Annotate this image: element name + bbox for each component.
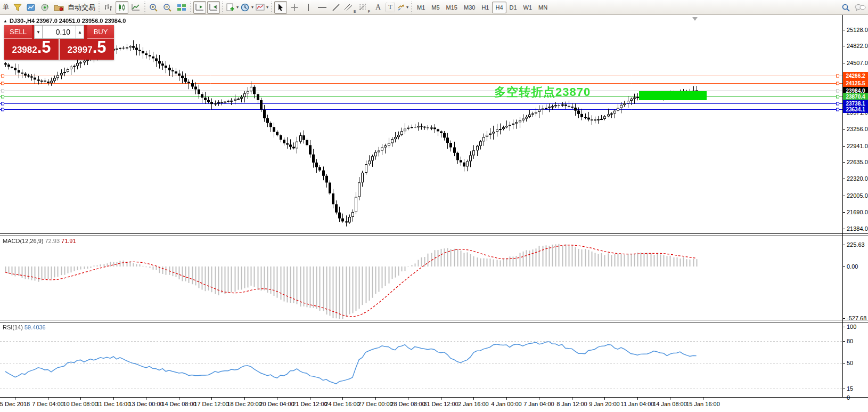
toolbar-grip[interactable] — [99, 2, 100, 13]
volume-decrease-button[interactable]: ▼ — [34, 25, 43, 39]
cursor-icon[interactable] — [274, 1, 287, 14]
horizontal-line-tool-icon[interactable] — [316, 1, 329, 14]
search-icon[interactable] — [840, 1, 853, 14]
new-chart-icon[interactable]: ▾ — [225, 1, 239, 14]
crosshair-icon[interactable] — [288, 1, 301, 14]
autotrading-icon[interactable] — [53, 1, 65, 14]
text-tool-icon[interactable]: A — [372, 1, 384, 14]
buy-price[interactable]: 23997 .5 — [60, 39, 114, 60]
zoom-out-icon[interactable] — [161, 1, 174, 14]
macd-canvas[interactable] — [0, 237, 842, 320]
time-axis-tick — [277, 398, 277, 400]
price-chart-canvas[interactable] — [0, 15, 842, 233]
time-axis-tick — [15, 398, 15, 400]
buy-price-main: 23997 — [67, 45, 92, 55]
toolbar-grip[interactable] — [271, 2, 272, 13]
time-axis-label: 4 Jan 00:00 — [491, 401, 522, 407]
volume-input[interactable]: 0.10 — [43, 25, 76, 39]
toolbar-grip[interactable] — [411, 2, 412, 13]
price-axis-tick-label: 22635.0 — [847, 159, 868, 165]
chat-icon[interactable] — [854, 1, 866, 14]
timeframe-group: M1M5M15M30H1H4D1W1MN — [414, 2, 551, 13]
market-watch-icon[interactable] — [25, 1, 38, 14]
bar-chart-icon[interactable] — [102, 1, 114, 14]
toolbar-grip[interactable] — [222, 2, 223, 13]
toolbar-grip[interactable] — [144, 2, 145, 13]
new-order-label[interactable]: 单 — [1, 3, 11, 12]
rsi-canvas[interactable] — [0, 323, 842, 397]
price-axis-tick-label: 22941.0 — [847, 143, 868, 149]
timeframe-button-d1[interactable]: D1 — [506, 2, 520, 13]
chart-shift-icon[interactable] — [207, 1, 220, 14]
volume-increase-button[interactable]: ▲ — [76, 25, 84, 39]
time-axis-label: 2 Jan 16:00 — [458, 401, 489, 407]
zoom-in-icon[interactable] — [148, 1, 160, 14]
toolbar-grip[interactable] — [190, 2, 191, 13]
price-axis-tick — [842, 129, 845, 130]
price-axis-tick-label: 25128.0 — [847, 27, 868, 33]
collapse-panel-icon[interactable]: ▲ — [3, 19, 7, 23]
sell-price[interactable]: 23982 .5 — [4, 39, 59, 60]
vertical-line-tool-icon[interactable] — [302, 1, 315, 14]
price-axis-tick — [842, 162, 845, 163]
text-label-tool-icon[interactable]: T — [386, 3, 395, 12]
price-level-label: 24125.5 — [843, 79, 868, 87]
timeframe-button-mn[interactable]: MN — [535, 2, 551, 13]
support-zone-rectangle[interactable] — [639, 91, 707, 100]
timeframe-button-m1[interactable]: M1 — [414, 2, 428, 13]
macd-label: MACD(12,26,9) 72.93 71.91 — [3, 238, 76, 244]
fibonacci-tool-icon[interactable]: F — [358, 1, 371, 14]
sell-button[interactable]: SELL — [4, 25, 32, 39]
rsi-label: RSI(14) 59.4036 — [3, 324, 46, 330]
time-axis-tick — [211, 398, 212, 400]
price-axis-tick — [842, 229, 845, 229]
chevron-down-icon: ▾ — [266, 5, 268, 10]
time-axis-tick — [342, 398, 343, 400]
indicator-axis-tick — [842, 245, 845, 245]
trendline-tool-icon[interactable] — [330, 1, 342, 14]
timeframe-button-w1[interactable]: W1 — [520, 2, 536, 13]
timeframe-button-m30[interactable]: M30 — [461, 2, 478, 13]
rsi-panel-divider[interactable] — [0, 320, 868, 322]
price-axis-tick — [842, 196, 845, 196]
time-axis-label: 14 Jan 08:00 — [653, 401, 687, 407]
time-axis-tick — [113, 398, 114, 400]
tile-windows-icon[interactable] — [175, 1, 188, 14]
arrows-tool-icon[interactable]: ▾ — [396, 1, 409, 14]
timeframe-button-m15[interactable]: M15 — [443, 2, 461, 13]
one-click-trade-panel: SELL ▼ 0.10 ▲ BUY 23982 .5 23997 .5 — [4, 25, 114, 60]
price-axis-tick-label: 24507.0 — [847, 60, 868, 66]
timeframe-button-m5[interactable]: M5 — [428, 2, 443, 13]
timeframe-button-h1[interactable]: H1 — [478, 2, 492, 13]
chart-title-text: DJ30-,H4 23967.0 24051.0 23956.0 23984.0 — [10, 18, 126, 24]
channel-sub-label: E — [354, 10, 356, 13]
macd-panel-divider[interactable] — [0, 233, 868, 236]
indicator-axis-tick-label: 225.63 — [847, 241, 865, 248]
templates-icon[interactable]: ▾ — [255, 1, 269, 14]
line-chart-icon[interactable] — [129, 1, 142, 14]
periods-icon[interactable]: ▾ — [240, 1, 254, 14]
time-axis-label: 10 Dec 08:00 — [63, 401, 97, 407]
navigator-icon[interactable] — [39, 1, 52, 14]
time-axis-tick — [48, 398, 48, 400]
time-axis-tick — [604, 398, 605, 400]
indicator-axis-tick — [842, 318, 845, 319]
new-order-icon[interactable] — [11, 1, 24, 14]
time-axis-tick — [80, 398, 81, 400]
indicator-axis-tick — [842, 341, 845, 342]
time-axis-tick — [310, 398, 310, 400]
time-axis-tick — [146, 398, 146, 400]
trading-terminal: 单 自动交易 — [0, 0, 868, 412]
chart-annotation-text[interactable]: 多空转折点23870 — [494, 84, 591, 100]
indicator-axis-tick-label: 50 — [847, 360, 853, 366]
timeframe-button-h4[interactable]: H4 — [492, 2, 506, 13]
channel-tool-icon[interactable]: E — [343, 1, 357, 14]
buy-button[interactable]: BUY — [87, 25, 114, 39]
time-axis-tick — [572, 398, 572, 400]
indicator-axis-tick — [842, 363, 845, 363]
price-axis-tick — [842, 46, 845, 46]
auto-scroll-icon[interactable] — [193, 1, 206, 14]
candlestick-chart-icon[interactable] — [116, 1, 128, 14]
autotrading-label[interactable]: 自动交易 — [66, 3, 97, 12]
time-axis-tick — [506, 398, 507, 400]
